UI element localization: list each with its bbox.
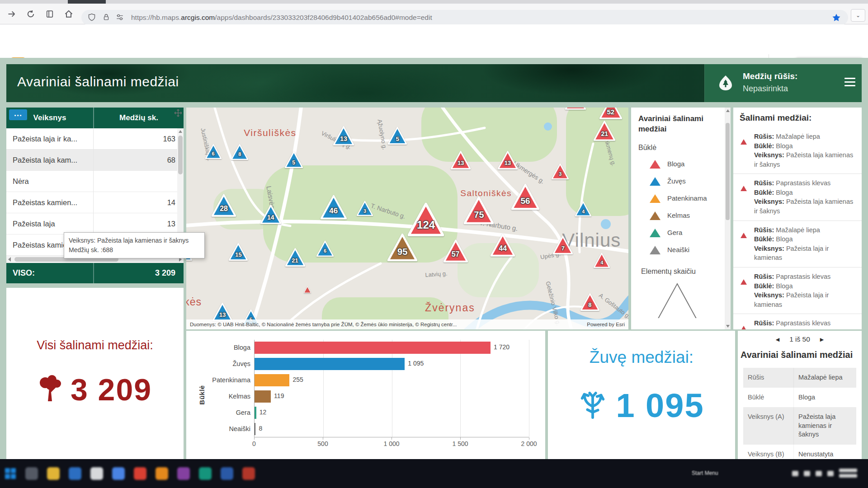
list-item[interactable]: Rūšis: Paprastasis klevas bbox=[733, 314, 862, 329]
red-triangle-icon bbox=[733, 272, 754, 309]
cluster-marker[interactable]: 6 bbox=[205, 143, 222, 160]
hamburger-menu-icon[interactable] bbox=[844, 78, 855, 87]
home-icon[interactable] bbox=[64, 9, 73, 19]
scroll-left-icon[interactable] bbox=[8, 257, 11, 262]
taskbar-clock-redacted[interactable] bbox=[839, 469, 857, 479]
table-row[interactable]: Pažeista laja13 bbox=[6, 213, 184, 235]
windows-start-icon[interactable] bbox=[5, 468, 16, 479]
bookmark-star-icon[interactable] bbox=[832, 13, 841, 22]
tray-icon[interactable] bbox=[816, 471, 822, 476]
shield-icon[interactable] bbox=[88, 13, 96, 21]
cluster-marker[interactable]: 5 bbox=[388, 126, 407, 145]
system-tray[interactable] bbox=[792, 459, 857, 488]
cluster-marker[interactable]: 52 bbox=[599, 108, 622, 120]
permissions-icon[interactable] bbox=[116, 13, 124, 21]
cluster-marker[interactable]: 21 bbox=[285, 247, 305, 267]
basemap bbox=[186, 108, 628, 329]
panel-options-button[interactable]: ... bbox=[9, 109, 27, 120]
cluster-marker[interactable]: 75 bbox=[464, 195, 494, 225]
scroll-up-icon[interactable] bbox=[179, 130, 182, 133]
move-panel-icon[interactable] bbox=[174, 109, 182, 117]
table-tooltip: Veiksnys: Pažeista laja kamienas ir šakn… bbox=[64, 232, 205, 258]
url-text[interactable]: https://hb.maps.arcgis.com/apps/dashboar… bbox=[131, 14, 432, 22]
column-header-medziu-sk[interactable]: Medžių sk. bbox=[93, 108, 184, 128]
scroll-up-icon[interactable] bbox=[726, 109, 730, 112]
bar[interactable] bbox=[255, 342, 491, 354]
bar[interactable] bbox=[255, 374, 289, 386]
bar[interactable] bbox=[255, 390, 271, 403]
table-row[interactable]: Pažeista laja ir ka...163 bbox=[6, 128, 184, 150]
list-item[interactable]: Rūšis: Paprastasis klevasBūklė: BlogaVei… bbox=[733, 267, 862, 314]
taskbar-app-icon[interactable] bbox=[69, 467, 81, 480]
list-item[interactable]: Rūšis: Paprastasis klevasBūklė: BlogaVei… bbox=[733, 174, 862, 220]
cluster-count: 5 bbox=[285, 160, 303, 166]
cluster-marker[interactable]: 7 bbox=[553, 235, 573, 255]
taskbar-app-icon[interactable] bbox=[90, 467, 103, 480]
taskbar-app-icon[interactable] bbox=[112, 467, 125, 480]
refresh-icon[interactable] bbox=[26, 9, 35, 19]
tray-icon[interactable] bbox=[827, 471, 834, 476]
cluster-marker[interactable]: 28 bbox=[212, 193, 236, 217]
cluster-marker[interactable] bbox=[304, 286, 311, 293]
legend-scrollbar[interactable] bbox=[725, 108, 731, 329]
bar[interactable] bbox=[255, 407, 256, 419]
cluster-marker[interactable]: 8 bbox=[580, 292, 599, 311]
url-bar[interactable]: https://hb.maps.arcgis.com/apps/dashboar… bbox=[81, 10, 848, 25]
cluster-marker[interactable]: 13 bbox=[212, 302, 232, 322]
taskbar-app-icon[interactable] bbox=[156, 467, 168, 480]
tray-icon[interactable] bbox=[804, 471, 810, 476]
cluster-marker[interactable]: 13 bbox=[498, 150, 518, 170]
browser-menu-dropdown[interactable]: ⌄ bbox=[851, 9, 865, 22]
cluster-marker[interactable]: 13 bbox=[451, 150, 471, 170]
list-item[interactable]: Rūšis: Mažalapė liepaBūklė: BlogaVeiksny… bbox=[733, 221, 862, 267]
cluster-marker[interactable]: 3 bbox=[552, 163, 569, 180]
library-icon[interactable] bbox=[45, 9, 54, 19]
windows-taskbar[interactable]: Start Menu bbox=[0, 459, 868, 488]
scrollbar-thumb[interactable] bbox=[178, 136, 183, 174]
cluster-marker[interactable]: 124 bbox=[408, 201, 444, 237]
cluster-marker[interactable]: 6 bbox=[316, 240, 334, 257]
cluster-count: 14 bbox=[260, 214, 281, 221]
taskbar-app-icon[interactable] bbox=[134, 467, 146, 480]
red-triangle-icon bbox=[733, 225, 754, 263]
legend-item: Gera bbox=[649, 228, 719, 238]
cluster-marker[interactable]: 5 bbox=[285, 150, 303, 169]
table-row[interactable]: Pažeistas kamien...14 bbox=[6, 192, 184, 213]
taskbar-app-icon[interactable] bbox=[25, 467, 38, 480]
cluster-marker[interactable]: 15 bbox=[229, 242, 248, 261]
next-page-icon[interactable]: ▶ bbox=[820, 337, 824, 343]
cluster-marker[interactable] bbox=[565, 108, 586, 110]
cluster-marker[interactable]: 57 bbox=[443, 239, 468, 263]
cluster-marker[interactable]: 13 bbox=[333, 125, 354, 146]
filter-zone[interactable]: Medžių rūšis: Nepasirinkta bbox=[704, 64, 862, 102]
x-tick-mark bbox=[460, 437, 461, 440]
category-label: Žuvęs bbox=[187, 360, 250, 367]
forward-icon[interactable] bbox=[7, 9, 16, 19]
previous-page-icon[interactable]: ◀ bbox=[776, 337, 779, 343]
cluster-marker[interactable]: 14 bbox=[260, 204, 281, 225]
cluster-marker[interactable]: 3 bbox=[357, 200, 373, 216]
taskbar-app-icon[interactable] bbox=[242, 467, 255, 480]
cluster-marker[interactable]: 8 bbox=[231, 143, 248, 160]
cluster-marker[interactable]: 56 bbox=[511, 183, 539, 211]
map-panel[interactable]: ViršuliškėsSaltoniškėsŽvėrynaskėsVilnius… bbox=[186, 108, 628, 329]
bar[interactable] bbox=[255, 358, 405, 370]
bar[interactable] bbox=[255, 423, 255, 435]
tray-icon[interactable] bbox=[792, 471, 798, 476]
table-row[interactable]: Pažeista laja kam...68 bbox=[6, 150, 184, 171]
cluster-marker[interactable]: 44 bbox=[491, 233, 515, 257]
cluster-marker[interactable]: 21 bbox=[594, 120, 615, 141]
cluster-marker[interactable]: 4 bbox=[575, 201, 591, 217]
cluster-marker[interactable]: 4 bbox=[594, 252, 610, 268]
table-row[interactable]: Nėra bbox=[6, 171, 184, 192]
cluster-marker[interactable]: 46 bbox=[321, 194, 347, 220]
map-attribution: Duomenys: © UAB Hnit-Baltic, © Nacionali… bbox=[186, 319, 628, 329]
list-item[interactable]: Rūšis: Mažalapė liepaBūklė: BlogaVeiksny… bbox=[733, 127, 862, 174]
scroll-down-icon[interactable] bbox=[726, 325, 730, 328]
taskbar-app-icon[interactable] bbox=[221, 467, 233, 480]
taskbar-app-icon[interactable] bbox=[199, 467, 212, 480]
scrollbar-thumb[interactable] bbox=[726, 123, 730, 220]
taskbar-app-icon[interactable] bbox=[177, 467, 190, 480]
lock-icon[interactable] bbox=[102, 13, 110, 21]
taskbar-app-icon[interactable] bbox=[47, 467, 60, 480]
